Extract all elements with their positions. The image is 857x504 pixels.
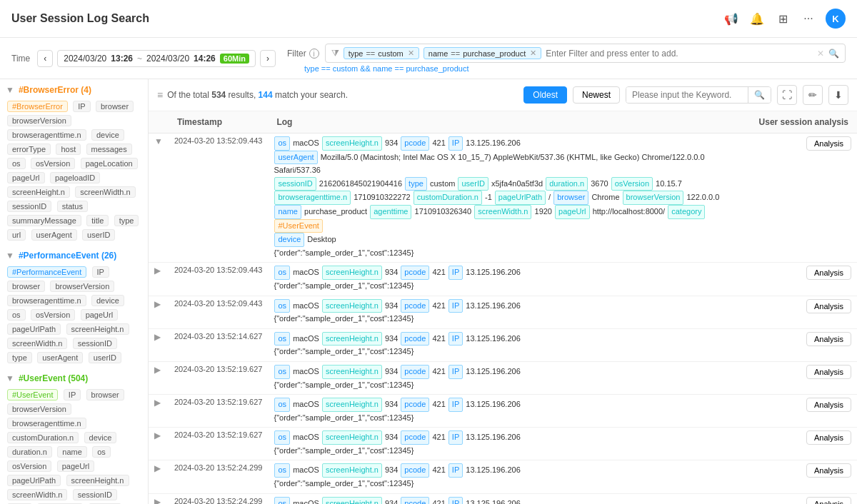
- tag-status[interactable]: status: [57, 201, 88, 212]
- keyword-input[interactable]: [626, 87, 748, 103]
- tag-type-2[interactable]: type: [7, 352, 32, 363]
- tag-pageurlpath[interactable]: pageUrlPath: [7, 323, 61, 335]
- analysis-button[interactable]: Analysis: [806, 136, 851, 151]
- bell-icon[interactable]: 🔔: [748, 10, 766, 27]
- log-tag: pcode: [401, 332, 429, 346]
- sidebar-group-browser-error-header[interactable]: ▼ #BrowserError (4): [6, 85, 142, 95]
- row-expand-btn[interactable]: ▶: [154, 332, 161, 342]
- tag-osversion[interactable]: osVersion: [31, 158, 75, 169]
- sort-newest-button[interactable]: Newest: [573, 86, 620, 104]
- analysis-button[interactable]: Analysis: [806, 299, 851, 313]
- log-cell: os macOS screenHeight.n 934 pcode 421 IP…: [268, 428, 750, 460]
- tag-title[interactable]: title: [86, 215, 109, 226]
- tag-messages[interactable]: messages: [86, 143, 132, 155]
- tag-browseragenttime-3[interactable]: browseragenttime.n: [7, 418, 86, 429]
- sort-oldest-button[interactable]: Oldest: [523, 86, 567, 104]
- tag-browserversion[interactable]: browserVersion: [7, 115, 71, 126]
- tag-pageurl-3[interactable]: pageUrl: [57, 460, 95, 472]
- settings-icon-btn[interactable]: ✏: [803, 85, 823, 105]
- tag-sessionid[interactable]: sessionID: [7, 201, 51, 212]
- tag-sessionid-3[interactable]: sessionID: [73, 489, 117, 500]
- tag-browserversion-3[interactable]: browserVersion: [7, 403, 71, 415]
- tag-pageloadid[interactable]: pageloadID: [50, 172, 100, 183]
- keyword-search-icon[interactable]: 🔍: [748, 87, 771, 103]
- filter-tag-type-close[interactable]: ✕: [408, 49, 414, 58]
- tag-device-2[interactable]: device: [91, 295, 124, 306]
- tag-browser-2[interactable]: browser: [7, 281, 45, 292]
- tag-browseragenttime[interactable]: browseragenttime.n: [7, 129, 86, 141]
- tag-host[interactable]: host: [56, 143, 81, 155]
- tag-userid-2[interactable]: userID: [89, 352, 121, 363]
- analysis-button[interactable]: Analysis: [806, 365, 851, 379]
- row-expand-btn[interactable]: ▶: [154, 365, 161, 375]
- analysis-button[interactable]: Analysis: [806, 430, 851, 445]
- download-icon-btn[interactable]: ⬇: [828, 85, 848, 105]
- analysis-button[interactable]: Analysis: [806, 463, 851, 478]
- analysis-button[interactable]: Analysis: [806, 398, 851, 412]
- tag-browser-3[interactable]: browser: [86, 389, 124, 400]
- filter-search-icon[interactable]: 🔍: [828, 49, 839, 59]
- tag-browsererror[interactable]: #BrowserError: [7, 101, 68, 112]
- row-expand-btn[interactable]: ▶: [154, 463, 161, 473]
- tag-screenwidth-3[interactable]: screenWidth.n: [7, 489, 67, 500]
- time-range-selector[interactable]: 2024/03/20 13:26 ~ 2024/03/20 14:26 60Mi…: [57, 50, 256, 67]
- tag-screenwidth[interactable]: screenWidth.n: [75, 186, 135, 198]
- time-range-next[interactable]: ›: [260, 50, 276, 67]
- tag-device-3[interactable]: device: [84, 432, 117, 443]
- megaphone-icon[interactable]: 📢: [723, 10, 740, 27]
- row-expand-btn[interactable]: ▶: [154, 497, 161, 504]
- row-expand-btn[interactable]: ▶: [154, 266, 161, 276]
- analysis-button[interactable]: Analysis: [806, 497, 851, 504]
- analysis-button[interactable]: Analysis: [806, 332, 851, 346]
- tag-screenheight-2[interactable]: screenHeight.n: [66, 323, 129, 335]
- tag-device[interactable]: device: [91, 129, 124, 141]
- tag-sessionid-2[interactable]: sessionID: [73, 338, 117, 349]
- tag-screenwidth-2[interactable]: screenWidth.n: [7, 338, 67, 349]
- tag-os-2[interactable]: os: [7, 309, 26, 321]
- filter-tag-name-close[interactable]: ✕: [530, 49, 536, 58]
- time-range-prev[interactable]: ‹: [37, 50, 53, 67]
- tag-browser[interactable]: browser: [96, 101, 134, 112]
- tag-pagelocation[interactable]: pageLocation: [81, 158, 138, 169]
- tag-screenheight-3[interactable]: screenHeight.n: [66, 475, 129, 486]
- row-expand-btn[interactable]: ▼: [154, 136, 163, 146]
- tag-ip[interactable]: IP: [73, 101, 90, 112]
- layout-icon[interactable]: ⊞: [774, 10, 791, 27]
- tag-useragent[interactable]: userAgent: [31, 229, 77, 241]
- tag-ip-2[interactable]: IP: [92, 266, 109, 278]
- tag-screenheight[interactable]: screenHeight.n: [7, 186, 70, 198]
- row-expand-btn[interactable]: ▶: [154, 299, 161, 309]
- tag-pageurl[interactable]: pageUrl: [7, 172, 45, 183]
- tag-ip-3[interactable]: IP: [64, 389, 81, 400]
- tag-errortype[interactable]: errorType: [7, 143, 51, 155]
- tag-pageurlpath-3[interactable]: pageUrlPath: [7, 475, 61, 486]
- tag-url[interactable]: url: [7, 229, 26, 241]
- row-expand-btn[interactable]: ▶: [154, 430, 161, 440]
- analysis-button[interactable]: Analysis: [806, 266, 851, 280]
- tag-os-3[interactable]: os: [92, 446, 111, 458]
- tag-os[interactable]: os: [7, 158, 26, 169]
- sidebar-group-performance-header[interactable]: ▼ #PerformanceEvent (26): [6, 251, 142, 261]
- tag-userid[interactable]: userID: [82, 229, 115, 241]
- tag-customduration[interactable]: customDuration.n: [7, 432, 79, 443]
- avatar[interactable]: K: [826, 9, 846, 29]
- tag-browseragenttime-2[interactable]: browseragenttime.n: [7, 295, 86, 306]
- tag-type[interactable]: type: [114, 215, 139, 226]
- tag-useragent-2[interactable]: userAgent: [37, 352, 83, 363]
- tag-userevent[interactable]: #UserEvent: [7, 389, 58, 400]
- filter-input[interactable]: [546, 49, 813, 59]
- tag-browserversion-2[interactable]: browserVersion: [50, 281, 114, 292]
- tag-summarymessage[interactable]: summaryMessage: [7, 215, 81, 226]
- row-expand-btn[interactable]: ▶: [154, 398, 161, 408]
- tag-performanceevent[interactable]: #PerformanceEvent: [7, 266, 86, 278]
- more-icon[interactable]: ···: [800, 10, 817, 27]
- tag-osversion-3[interactable]: osVersion: [7, 460, 51, 472]
- tag-pageurl-2[interactable]: pageUrl: [81, 309, 119, 321]
- tag-name-3[interactable]: name: [57, 446, 87, 458]
- tag-duration[interactable]: duration.n: [7, 446, 52, 458]
- expand-icon-btn[interactable]: ⛶: [777, 85, 797, 105]
- tag-osversion-2[interactable]: osVersion: [31, 309, 75, 321]
- filter-clear-icon[interactable]: ✕: [817, 49, 824, 59]
- filter-info-icon[interactable]: i: [309, 49, 319, 59]
- sidebar-group-userevent-header[interactable]: ▼ #UserEvent (504): [6, 373, 142, 383]
